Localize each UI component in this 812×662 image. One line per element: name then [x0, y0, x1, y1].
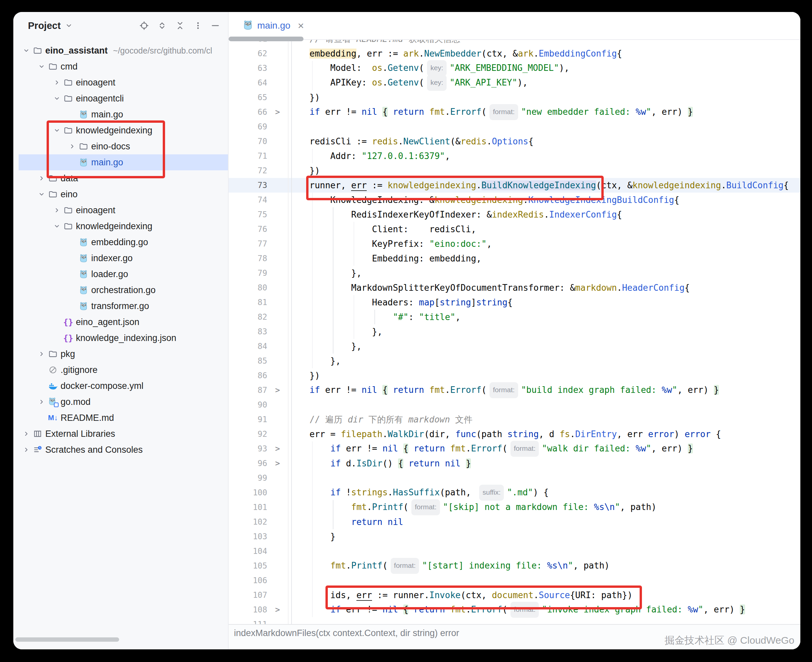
code-line-80[interactable]: 80 MarkdownSplitterKeyOfDocumentTransfor… — [228, 280, 800, 295]
tree-item-scratches-and-consoles[interactable]: Scratches and Consoles — [19, 442, 228, 458]
chevron-right-icon[interactable] — [36, 346, 47, 362]
hide-panel-button[interactable] — [210, 21, 220, 31]
chevron-right-icon[interactable] — [67, 138, 78, 154]
tree-item-docker-compose.yml[interactable]: docker-compose.yml — [19, 378, 228, 394]
code-line-78[interactable]: 78 Embedding: embedding, — [228, 251, 800, 266]
code-line-99[interactable]: 99 — [228, 471, 800, 485]
code-line-92[interactable]: 92err = filepath.WalkDir(dir, func(path … — [228, 427, 800, 442]
tree-item-einoagentcli[interactable]: einoagentcli — [19, 90, 228, 106]
tree-item-orchestration.go[interactable]: orchestration.go — [19, 282, 228, 298]
tree-item-readme.md[interactable]: M↓README.md — [19, 410, 228, 426]
tree-item-.gitignore[interactable]: .gitignore — [19, 362, 228, 378]
tree-item-label: README.md — [61, 413, 114, 423]
tree-item-indexer.go[interactable]: indexer.go — [19, 250, 228, 266]
code-line-63[interactable]: 63 Model: os.Getenv(key:"ARK_EMBEDDING_M… — [228, 61, 800, 76]
tree-item-eino-agent.json[interactable]: {}eino_agent.json — [19, 314, 228, 330]
chevron-down-icon[interactable] — [51, 122, 63, 138]
chevron-right-icon[interactable] — [36, 394, 47, 410]
code-line-73[interactable]: 73runner, err := knowledgeindexing.Build… — [228, 178, 800, 193]
code-line-90[interactable]: 90 — [228, 397, 800, 412]
code-line-74[interactable]: 74 KnowledgeIndexing: &knowledgeindexing… — [228, 193, 800, 207]
code-line-105[interactable]: 105 fmt.Printf(format:"[start] indexing … — [228, 559, 800, 573]
code-line-65[interactable]: 65}) — [228, 90, 800, 105]
project-panel-title[interactable]: Project — [28, 20, 61, 31]
kebab-menu-icon[interactable] — [193, 21, 203, 31]
code-line-87[interactable]: 87>if err != nil { return fmt.Errorf(for… — [228, 383, 800, 397]
code-line-72[interactable]: 72}) — [228, 163, 800, 178]
chevron-down-icon[interactable] — [21, 43, 32, 59]
chevron-down-icon[interactable] — [51, 90, 63, 106]
tree-item-eino[interactable]: eino — [19, 186, 228, 202]
chevron-down-icon[interactable] — [65, 22, 72, 29]
chevron-right-icon[interactable] — [51, 74, 63, 90]
chevron-right-icon[interactable] — [21, 426, 32, 442]
tree-item-knowledgeindexing[interactable]: knowledgeindexing — [19, 122, 228, 138]
fold-arrow-icon[interactable]: > — [267, 459, 288, 468]
tree-item-loader.go[interactable]: loader.go — [19, 266, 228, 282]
tree-item-external-libraries[interactable]: External Libraries — [19, 426, 228, 442]
code-line-108[interactable]: 108> if err != nil { return fmt.Errorf(f… — [228, 603, 800, 617]
code-line-82[interactable]: 82 "#": "title", — [228, 310, 800, 325]
code-line-83[interactable]: 83 }, — [228, 325, 800, 339]
code-line-76[interactable]: 76 Client: redisCli, — [228, 222, 800, 236]
code-line-61[interactable]: 61// 请查看 README.md 获取相关信息 — [228, 40, 800, 46]
tab-main-go[interactable]: main.go × — [243, 19, 304, 32]
tree-item-pkg[interactable]: pkg — [19, 346, 228, 362]
code-line-66[interactable]: 66>if err != nil { return fmt.Errorf(for… — [228, 105, 800, 119]
expand-all-button[interactable] — [157, 21, 167, 31]
chevron-down-icon[interactable] — [51, 218, 63, 234]
code-line-103[interactable]: 103 } — [228, 529, 800, 544]
code-line-79[interactable]: 79 }, — [228, 266, 800, 280]
project-tree-hscrollbar[interactable] — [15, 637, 119, 642]
code-line-85[interactable]: 85 }, — [228, 353, 800, 368]
tree-item-transformer.go[interactable]: transformer.go — [19, 298, 228, 314]
code-editor[interactable]: 61// 请查看 README.md 获取相关信息62embedding, er… — [228, 40, 800, 624]
collapse-all-button[interactable] — [175, 21, 185, 31]
tree-item-einoagent[interactable]: einoagent — [19, 74, 228, 90]
chevron-right-icon[interactable] — [36, 170, 47, 186]
code-line-93[interactable]: 93> if err != nil { return fmt.Errorf(fo… — [228, 442, 800, 456]
chevron-down-icon[interactable] — [36, 186, 47, 202]
tree-item-knowledgeindexing[interactable]: knowledgeindexing — [19, 218, 228, 234]
code-line-70[interactable]: 70redisCli := redis.NewClient(&redis.Opt… — [228, 134, 800, 149]
close-tab-icon[interactable]: × — [298, 20, 304, 31]
chevron-right-icon[interactable] — [51, 202, 63, 218]
tree-item-knowledge-indexing.json[interactable]: {}knowledge_indexing.json — [19, 330, 228, 346]
tree-item-data[interactable]: data — [19, 170, 228, 186]
code-line-69[interactable]: 69 — [228, 119, 800, 134]
code-line-81[interactable]: 81 Headers: map[string]string{ — [228, 295, 800, 310]
locate-file-button[interactable] — [139, 21, 149, 31]
code-line-71[interactable]: 71 Addr: "127.0.0.1:6379", — [228, 149, 800, 163]
code-line-101[interactable]: 101 fmt.Printf(format:"[skip] not a mark… — [228, 500, 800, 515]
tree-item-eino-assistant[interactable]: eino_assistant~/gocode/src/github.com/cl — [19, 43, 228, 59]
code-line-77[interactable]: 77 KeyPrefix: "eino:doc:", — [228, 236, 800, 251]
code-line-64[interactable]: 64 APIKey: os.Getenv(key:"ARK_API_KEY"), — [228, 76, 800, 90]
code-line-102[interactable]: 102 return nil — [228, 515, 800, 529]
code-line-107[interactable]: 107 ids, err := runner.Invoke(ctx, docum… — [228, 588, 800, 603]
code-line-84[interactable]: 84 }, — [228, 339, 800, 353]
tree-item-main.go[interactable]: main.go — [19, 106, 228, 122]
chevron-right-icon[interactable] — [21, 442, 32, 458]
code-line-106[interactable]: 106 — [228, 573, 800, 588]
chevron-down-icon[interactable] — [36, 59, 47, 74]
editor-top-scrollbar-thumb[interactable] — [228, 37, 304, 41]
tree-item-embedding.go[interactable]: embedding.go — [19, 234, 228, 250]
tree-item-go.mod[interactable]: go.mod — [19, 394, 228, 410]
fold-arrow-icon[interactable]: > — [267, 444, 288, 453]
code-line-91[interactable]: 91// 遍历 dir 下的所有 markdown 文件 — [228, 412, 800, 427]
tree-item-main.go[interactable]: main.go — [19, 154, 228, 170]
code-line-96[interactable]: 96> if d.IsDir() { return nil } — [228, 456, 800, 471]
code-line-86[interactable]: 86}) — [228, 368, 800, 383]
code-text: if !strings.HasSuffix(path, suffix:".md"… — [288, 485, 800, 501]
tree-item-cmd[interactable]: cmd — [19, 59, 228, 74]
code-line-62[interactable]: 62embedding, err := ark.NewEmbedder(ctx,… — [228, 46, 800, 61]
code-line-111[interactable]: 111 — [228, 617, 800, 624]
code-line-100[interactable]: 100 if !strings.HasSuffix(path, suffix:"… — [228, 485, 800, 500]
code-line-75[interactable]: 75 RedisIndexerKeyOfIndexer: &indexRedis… — [228, 207, 800, 222]
tree-item-eino-docs[interactable]: eino-docs — [19, 138, 228, 154]
fold-arrow-icon[interactable]: > — [267, 108, 288, 117]
code-line-104[interactable]: 104 — [228, 544, 800, 559]
fold-arrow-icon[interactable]: > — [267, 605, 288, 614]
fold-arrow-icon[interactable]: > — [267, 386, 288, 395]
tree-item-einoagent[interactable]: einoagent — [19, 202, 228, 218]
